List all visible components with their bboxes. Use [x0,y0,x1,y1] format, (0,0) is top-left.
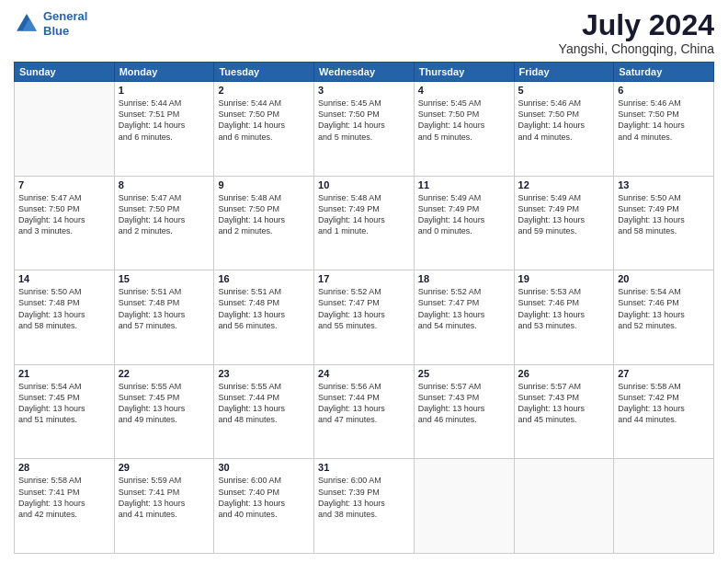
day-detail: Sunrise: 6:00 AM Sunset: 7:39 PM Dayligh… [318,475,410,520]
day-number: 11 [418,179,510,190]
calendar-cell: 31Sunrise: 6:00 AM Sunset: 7:39 PM Dayli… [314,459,415,554]
day-number: 28 [18,462,110,473]
calendar-cell: 13Sunrise: 5:50 AM Sunset: 7:49 PM Dayli… [614,176,714,270]
day-detail: Sunrise: 5:51 AM Sunset: 7:48 PM Dayligh… [218,286,310,331]
calendar-cell: 21Sunrise: 5:54 AM Sunset: 7:45 PM Dayli… [15,364,115,459]
calendar-cell: 9Sunrise: 5:48 AM Sunset: 7:50 PM Daylig… [214,176,314,270]
weekday-header: Friday [514,63,614,82]
day-number: 24 [318,368,410,379]
day-detail: Sunrise: 6:00 AM Sunset: 7:40 PM Dayligh… [218,475,310,520]
day-detail: Sunrise: 5:46 AM Sunset: 7:50 PM Dayligh… [518,98,610,143]
calendar-cell: 11Sunrise: 5:49 AM Sunset: 7:49 PM Dayli… [414,176,514,270]
day-detail: Sunrise: 5:55 AM Sunset: 7:44 PM Dayligh… [218,381,310,426]
weekday-header-row: SundayMondayTuesdayWednesdayThursdayFrid… [15,63,714,82]
calendar-cell: 20Sunrise: 5:54 AM Sunset: 7:46 PM Dayli… [614,270,714,365]
calendar-cell: 7Sunrise: 5:47 AM Sunset: 7:50 PM Daylig… [15,176,115,270]
weekday-header: Saturday [614,63,714,82]
day-detail: Sunrise: 5:49 AM Sunset: 7:49 PM Dayligh… [518,192,610,237]
day-detail: Sunrise: 5:54 AM Sunset: 7:45 PM Dayligh… [18,381,110,426]
subtitle: Yangshi, Chongqing, China [559,41,714,56]
calendar-cell: 3Sunrise: 5:45 AM Sunset: 7:50 PM Daylig… [314,82,415,177]
calendar-cell: 14Sunrise: 5:50 AM Sunset: 7:48 PM Dayli… [15,270,115,365]
calendar-cell: 5Sunrise: 5:46 AM Sunset: 7:50 PM Daylig… [514,82,614,177]
weekday-header: Monday [114,63,214,82]
calendar-cell: 25Sunrise: 5:57 AM Sunset: 7:43 PM Dayli… [414,364,514,459]
calendar-cell: 23Sunrise: 5:55 AM Sunset: 7:44 PM Dayli… [214,364,314,459]
day-detail: Sunrise: 5:49 AM Sunset: 7:49 PM Dayligh… [418,192,510,237]
day-number: 7 [18,179,110,190]
calendar-cell: 28Sunrise: 5:58 AM Sunset: 7:41 PM Dayli… [15,459,115,554]
calendar-cell: 16Sunrise: 5:51 AM Sunset: 7:48 PM Dayli… [214,270,314,365]
calendar-cell: 8Sunrise: 5:47 AM Sunset: 7:50 PM Daylig… [114,176,214,270]
day-number: 29 [119,462,210,473]
day-number: 3 [318,85,410,96]
day-detail: Sunrise: 5:53 AM Sunset: 7:46 PM Dayligh… [518,286,610,331]
day-detail: Sunrise: 5:45 AM Sunset: 7:50 PM Dayligh… [418,98,510,143]
calendar-cell: 27Sunrise: 5:58 AM Sunset: 7:42 PM Dayli… [614,364,714,459]
day-detail: Sunrise: 5:48 AM Sunset: 7:49 PM Dayligh… [318,192,410,237]
day-number: 10 [318,179,410,190]
day-number: 27 [618,368,710,379]
day-detail: Sunrise: 5:44 AM Sunset: 7:50 PM Dayligh… [218,98,310,143]
calendar-week-row: 28Sunrise: 5:58 AM Sunset: 7:41 PM Dayli… [15,459,714,554]
day-number: 13 [618,179,710,190]
day-number: 16 [218,273,310,284]
calendar-week-row: 14Sunrise: 5:50 AM Sunset: 7:48 PM Dayli… [15,270,714,365]
logo-text: General Blue [43,9,87,38]
day-detail: Sunrise: 5:51 AM Sunset: 7:48 PM Dayligh… [119,286,210,331]
calendar: SundayMondayTuesdayWednesdayThursdayFrid… [14,62,714,554]
day-number: 6 [618,85,710,96]
day-detail: Sunrise: 5:47 AM Sunset: 7:50 PM Dayligh… [18,192,110,237]
day-detail: Sunrise: 5:52 AM Sunset: 7:47 PM Dayligh… [418,286,510,331]
day-number: 23 [218,368,310,379]
day-number: 9 [218,179,310,190]
day-detail: Sunrise: 5:46 AM Sunset: 7:50 PM Dayligh… [618,98,710,143]
calendar-cell: 4Sunrise: 5:45 AM Sunset: 7:50 PM Daylig… [414,82,514,177]
calendar-cell: 6Sunrise: 5:46 AM Sunset: 7:50 PM Daylig… [614,82,714,177]
day-number: 31 [318,462,410,473]
calendar-cell: 19Sunrise: 5:53 AM Sunset: 7:46 PM Dayli… [514,270,614,365]
page: General Blue July 2024 Yangshi, Chongqin… [0,0,728,563]
day-number: 21 [18,368,110,379]
day-detail: Sunrise: 5:58 AM Sunset: 7:41 PM Dayligh… [18,475,110,520]
day-detail: Sunrise: 5:48 AM Sunset: 7:50 PM Dayligh… [218,192,310,237]
title-block: July 2024 Yangshi, Chongqing, China [559,9,714,56]
weekday-header: Sunday [15,63,115,82]
main-title: July 2024 [559,9,714,41]
day-number: 18 [418,273,510,284]
day-detail: Sunrise: 5:47 AM Sunset: 7:50 PM Dayligh… [119,192,210,237]
day-detail: Sunrise: 5:55 AM Sunset: 7:45 PM Dayligh… [119,381,210,426]
day-detail: Sunrise: 5:44 AM Sunset: 7:51 PM Dayligh… [119,98,210,143]
day-number: 17 [318,273,410,284]
calendar-cell [514,459,614,554]
logo-icon [14,11,40,37]
day-number: 4 [418,85,510,96]
day-number: 8 [119,179,210,190]
calendar-week-row: 21Sunrise: 5:54 AM Sunset: 7:45 PM Dayli… [15,364,714,459]
calendar-week-row: 7Sunrise: 5:47 AM Sunset: 7:50 PM Daylig… [15,176,714,270]
calendar-cell: 18Sunrise: 5:52 AM Sunset: 7:47 PM Dayli… [414,270,514,365]
calendar-week-row: 1Sunrise: 5:44 AM Sunset: 7:51 PM Daylig… [15,82,714,177]
day-number: 26 [518,368,610,379]
day-number: 30 [218,462,310,473]
calendar-cell: 26Sunrise: 5:57 AM Sunset: 7:43 PM Dayli… [514,364,614,459]
day-detail: Sunrise: 5:50 AM Sunset: 7:48 PM Dayligh… [18,286,110,331]
day-number: 2 [218,85,310,96]
day-number: 19 [518,273,610,284]
calendar-cell: 30Sunrise: 6:00 AM Sunset: 7:40 PM Dayli… [214,459,314,554]
calendar-cell: 15Sunrise: 5:51 AM Sunset: 7:48 PM Dayli… [114,270,214,365]
logo-line2: Blue [43,24,69,38]
calendar-cell: 17Sunrise: 5:52 AM Sunset: 7:47 PM Dayli… [314,270,415,365]
day-number: 15 [119,273,210,284]
day-detail: Sunrise: 5:54 AM Sunset: 7:46 PM Dayligh… [618,286,710,331]
calendar-cell: 22Sunrise: 5:55 AM Sunset: 7:45 PM Dayli… [114,364,214,459]
day-detail: Sunrise: 5:45 AM Sunset: 7:50 PM Dayligh… [318,98,410,143]
day-detail: Sunrise: 5:57 AM Sunset: 7:43 PM Dayligh… [418,381,510,426]
calendar-cell: 29Sunrise: 5:59 AM Sunset: 7:41 PM Dayli… [114,459,214,554]
day-detail: Sunrise: 5:58 AM Sunset: 7:42 PM Dayligh… [618,381,710,426]
calendar-cell [15,82,115,177]
day-number: 22 [119,368,210,379]
day-number: 5 [518,85,610,96]
day-number: 25 [418,368,510,379]
day-detail: Sunrise: 5:57 AM Sunset: 7:43 PM Dayligh… [518,381,610,426]
